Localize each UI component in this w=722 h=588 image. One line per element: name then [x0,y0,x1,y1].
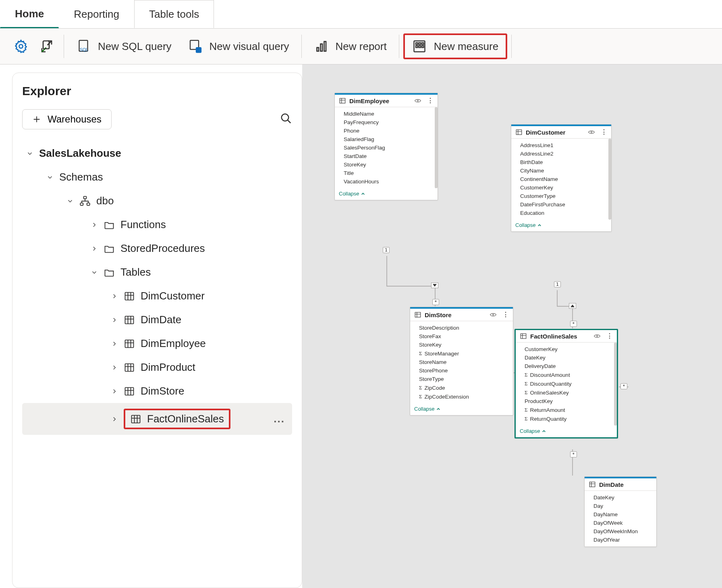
column-name[interactable]: StorePhone [410,366,513,375]
tree-node-table[interactable]: DimStore [22,379,292,403]
svg-rect-5 [196,48,201,52]
column-name[interactable]: SalariedFlag [335,135,438,143]
add-warehouses-button[interactable]: Warehouses [22,109,112,129]
column-name[interactable]: Day [585,502,656,510]
column-name[interactable]: CustomerKey [516,345,617,353]
card-dim-customer[interactable]: DimCustomer ⋮ AddressLine1 AddressLine2 … [511,124,612,232]
card-fact-online-sales[interactable]: FactOnlineSales ⋮ CustomerKey DateKey De… [515,329,618,438]
card-more-icon[interactable]: ⋮ [427,99,434,103]
column-name[interactable]: PayFrequency [335,118,438,127]
tree-node-stored-procedures[interactable]: StoredProcedures [22,237,292,260]
column-name[interactable]: CustomerKey [511,183,611,192]
column-name[interactable]: CityName [511,166,611,175]
column-name[interactable]: StartDate [335,152,438,160]
column-name[interactable]: DateKey [585,493,656,502]
model-canvas[interactable]: DimEmployee ⋮ MiddleName PayFrequency Ph… [302,64,722,588]
sigma-icon: Σ [419,393,422,400]
tree-node-tables[interactable]: Tables [22,260,292,284]
column-name[interactable]: ΣZipCodeExtension [410,392,513,401]
new-measure-button[interactable]: New measure [409,37,502,55]
column-name[interactable]: StoreKey [335,160,438,169]
column-name[interactable]: SalesPersonFlag [335,143,438,152]
tree-node-table[interactable]: DimEmployee [22,332,292,355]
column-name[interactable]: DayOfWeek [585,519,656,527]
column-name[interactable]: DateKey [516,353,617,362]
column-name[interactable]: AddressLine1 [511,141,611,150]
column-name[interactable]: DayOfYear [585,536,656,544]
column-name[interactable]: Education [511,209,611,217]
card-header[interactable]: DimDate [585,478,656,491]
measure-icon [412,39,427,54]
new-report-button[interactable]: New report [306,35,395,58]
column-name[interactable]: Phone [335,127,438,135]
eye-icon[interactable] [490,312,497,317]
column-name[interactable]: Title [335,169,438,177]
cardinality-many: * [620,383,627,389]
column-name[interactable]: StoreName [410,358,513,366]
column-name[interactable]: ΣDiscountQuantity [516,379,617,388]
chevron-down-icon [46,174,54,181]
tree-node-table[interactable]: DimProduct [22,355,292,379]
collapse-button[interactable]: Collapse [410,403,513,415]
card-dim-employee[interactable]: DimEmployee ⋮ MiddleName PayFrequency Ph… [334,93,438,200]
tree-node-schemas[interactable]: Schemas [22,165,292,189]
tab-table-tools[interactable]: Table tools [134,0,214,28]
column-name[interactable]: ΣStoreManager [410,349,513,358]
column-name[interactable]: ΣOnlineSalesKey [516,388,617,397]
tree-node-table-selected[interactable]: FactOnlineSales ... [22,403,292,435]
column-name[interactable]: ΣDiscountAmount [516,370,617,379]
chevron-up-icon [361,192,365,196]
column-name[interactable]: DayName [585,510,656,519]
refresh-button[interactable] [34,35,60,58]
column-name[interactable]: StoreDescription [410,324,513,332]
settings-button[interactable] [8,35,34,58]
svg-rect-30 [415,312,421,317]
card-more-icon[interactable]: ⋮ [606,334,613,338]
collapse-button[interactable]: Collapse [516,426,617,437]
column-name[interactable]: CustomerType [511,192,611,200]
card-more-icon[interactable]: ⋮ [601,130,607,134]
column-name[interactable]: AddressLine2 [511,150,611,158]
column-name[interactable]: ProductKey [516,397,617,405]
tree-node-dbo[interactable]: dbo [22,189,292,213]
column-name[interactable]: ΣReturnQuantity [516,414,617,423]
column-name[interactable]: ΣZipCode [410,383,513,392]
card-dim-store[interactable]: DimStore ⋮ StoreDescription StoreFax Sto… [410,307,513,416]
column-name[interactable]: ΣReturnAmount [516,405,617,414]
column-name[interactable]: ContinentName [511,175,611,183]
card-dim-date[interactable]: DimDate DateKey Day DayName DayOfWeek Da… [584,476,657,547]
collapse-button[interactable]: Collapse [335,188,438,200]
collapse-button[interactable]: Collapse [511,220,611,231]
node-label: DimCustomer [141,290,205,302]
more-options-button[interactable]: ... [274,413,285,425]
tab-home[interactable]: Home [0,0,59,28]
tree-node-table[interactable]: DimDate [22,308,292,332]
column-name[interactable]: VacationHours [335,177,438,186]
tab-reporting[interactable]: Reporting [59,0,134,28]
eye-icon[interactable] [593,334,601,339]
node-label: Schemas [59,171,103,183]
card-header[interactable]: FactOnlineSales ⋮ [516,330,617,343]
column-name[interactable]: DateFirstPurchase [511,200,611,209]
new-sql-query-button[interactable]: SQL New SQL query [68,35,180,58]
tree-node-lakehouse[interactable]: SalesLakehouse [22,141,292,165]
column-name[interactable]: StoreType [410,375,513,383]
column-name[interactable]: StoreKey [410,341,513,349]
card-header[interactable]: DimStore ⋮ [410,309,513,321]
column-name[interactable]: DeliveryDate [516,362,617,370]
card-more-icon[interactable]: ⋮ [502,313,509,317]
card-header[interactable]: DimEmployee ⋮ [335,95,438,107]
chevron-up-icon [436,407,440,411]
column-name[interactable]: MiddleName [335,110,438,118]
eye-icon[interactable] [588,130,595,135]
search-button[interactable] [280,112,292,126]
card-title: DimStore [425,312,452,318]
tree-node-table[interactable]: DimCustomer [22,284,292,308]
new-visual-query-button[interactable]: New visual query [180,35,297,58]
column-name[interactable]: DayOfWeekInMon [585,527,656,536]
tree-node-functions[interactable]: Functions [22,213,292,237]
column-name[interactable]: StoreFax [410,332,513,341]
eye-icon[interactable] [414,98,421,103]
card-header[interactable]: DimCustomer ⋮ [511,126,611,139]
column-name[interactable]: BirthDate [511,158,611,166]
